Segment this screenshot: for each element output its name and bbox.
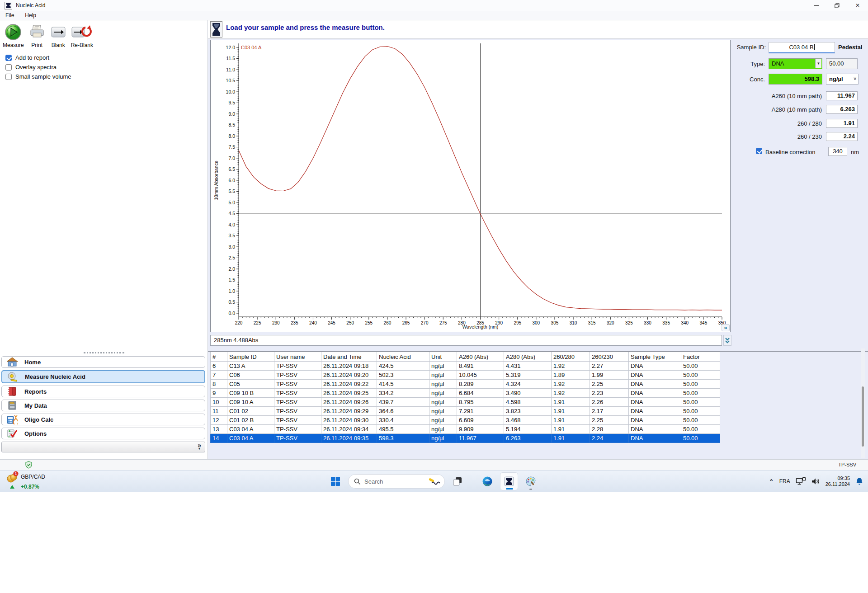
table-cell[interactable]: ng/µl (429, 425, 457, 434)
table-cell[interactable]: TP-SSV (274, 362, 321, 371)
table-cell[interactable]: 334.2 (377, 389, 429, 398)
table-cell[interactable]: 330.4 (377, 416, 429, 425)
table-cell[interactable]: 598.3 (377, 434, 429, 443)
unit-dropdown[interactable]: ng/µl˅ (826, 74, 859, 85)
table-cell[interactable]: 414.5 (377, 380, 429, 389)
table-cell[interactable]: 14 (211, 434, 227, 443)
column-header[interactable]: Nucleic Acid (377, 352, 429, 362)
table-row[interactable]: 13C03 04 ATP-SSV26.11.2024 09:34495.5ng/… (211, 425, 720, 434)
table-cell[interactable]: 10 (211, 398, 227, 407)
minimize-button[interactable] (806, 0, 826, 11)
type-factor-field[interactable]: 50.00 (826, 58, 858, 69)
table-row[interactable]: 12C01 02 BTP-SSV26.11.2024 09:30330.4ng/… (211, 416, 720, 425)
table-cell[interactable]: ng/µl (429, 416, 457, 425)
table-row[interactable]: 11C01 02TP-SSV26.11.2024 09:29364.6ng/µl… (211, 407, 720, 416)
readout-expand-button[interactable] (723, 335, 731, 346)
table-cell[interactable]: 26.11.2024 09:26 (321, 398, 377, 407)
table-cell[interactable]: DNA (629, 416, 681, 425)
table-cell[interactable]: 1.89 (552, 371, 590, 380)
table-cell[interactable]: 2.23 (590, 389, 629, 398)
table-cell[interactable]: 1.91 (552, 425, 590, 434)
notification-bell-icon[interactable] (855, 477, 863, 485)
table-cell[interactable]: C09 10 B (227, 389, 274, 398)
table-cell[interactable]: 50.00 (681, 362, 720, 371)
table-cell[interactable]: 11.967 (457, 434, 504, 443)
tray-chevron-up-icon[interactable]: ⌃ (769, 478, 774, 485)
taskbar-app-paint[interactable] (522, 472, 540, 490)
column-header[interactable]: A280 (Abs) (504, 352, 552, 362)
spectrum-chart[interactable]: 2202252302352402452502552602652702752802… (210, 40, 731, 332)
table-cell[interactable]: 1.91 (552, 398, 590, 407)
table-row[interactable]: 10C09 10 ATP-SSV26.11.2024 09:26439.7ng/… (211, 398, 720, 407)
table-cell[interactable]: 7.291 (457, 407, 504, 416)
table-cell[interactable]: 502.3 (377, 371, 429, 380)
table-cell[interactable]: 2.27 (590, 362, 629, 371)
table-cell[interactable]: 26.11.2024 09:29 (321, 407, 377, 416)
speaker-icon[interactable] (811, 477, 820, 485)
table-cell[interactable]: 424.5 (377, 362, 429, 371)
task-view-button[interactable] (448, 472, 467, 490)
column-header[interactable]: User name (274, 352, 321, 362)
table-cell[interactable]: 2.17 (590, 407, 629, 416)
menu-file[interactable]: File (0, 12, 19, 19)
menu-help[interactable]: Help (19, 12, 42, 19)
table-cell[interactable]: 364.6 (377, 407, 429, 416)
table-cell[interactable]: 1.92 (552, 380, 590, 389)
table-cell[interactable]: C01 02 (227, 407, 274, 416)
widgets-button[interactable]: 1 GBP/CAD +0.87% (6, 471, 45, 492)
measure-button[interactable]: Measure (3, 23, 24, 48)
table-cell[interactable]: 495.5 (377, 425, 429, 434)
table-cell[interactable]: DNA (629, 425, 681, 434)
table-cell[interactable]: 6.609 (457, 416, 504, 425)
table-cell[interactable]: 1.92 (552, 362, 590, 371)
small-sample-volume-checkbox[interactable]: Small sample volume (5, 72, 208, 81)
table-cell[interactable]: 9.909 (457, 425, 504, 434)
table-cell[interactable]: 4.431 (504, 362, 552, 371)
start-button[interactable] (326, 472, 344, 490)
table-cell[interactable]: C06 (227, 371, 274, 380)
sidebar-item-my-data[interactable]: My Data (1, 400, 205, 411)
scrollbar-thumb[interactable] (862, 386, 864, 447)
table-cell[interactable]: 26.11.2024 09:22 (321, 380, 377, 389)
table-cell[interactable]: 13 (211, 425, 227, 434)
table-cell[interactable]: C09 10 A (227, 398, 274, 407)
column-header[interactable]: Factor (681, 352, 720, 362)
table-cell[interactable]: 439.7 (377, 398, 429, 407)
table-cell[interactable]: C01 02 B (227, 416, 274, 425)
table-cell[interactable]: 6.684 (457, 389, 504, 398)
table-cell[interactable]: DNA (629, 380, 681, 389)
table-cell[interactable]: TP-SSV (274, 425, 321, 434)
search-box[interactable]: Search (348, 474, 445, 489)
table-row[interactable]: 9C09 10 BTP-SSV26.11.2024 09:25334.2ng/µ… (211, 389, 720, 398)
table-cell[interactable]: 8.289 (457, 380, 504, 389)
table-cell[interactable]: TP-SSV (274, 434, 321, 443)
table-cell[interactable]: 2.24 (590, 434, 629, 443)
table-cell[interactable]: 26.11.2024 09:30 (321, 416, 377, 425)
column-header[interactable]: 260/280 (552, 352, 590, 362)
table-cell[interactable]: DNA (629, 371, 681, 380)
sidebar-item-home[interactable]: Home (1, 356, 205, 368)
table-cell[interactable]: 5.319 (504, 371, 552, 380)
column-header[interactable]: Sample ID (227, 352, 274, 362)
table-cell[interactable]: DNA (629, 434, 681, 443)
table-cell[interactable]: DNA (629, 389, 681, 398)
table-cell[interactable]: 26.11.2024 09:25 (321, 389, 377, 398)
table-cell[interactable]: 26.11.2024 09:34 (321, 425, 377, 434)
table-cell[interactable]: TP-SSV (274, 398, 321, 407)
table-row[interactable]: 8C05TP-SSV26.11.2024 09:22414.5ng/µl8.28… (211, 380, 720, 389)
table-cell[interactable]: ng/µl (429, 362, 457, 371)
table-cell[interactable]: 26.11.2024 09:20 (321, 371, 377, 380)
table-cell[interactable]: 4.598 (504, 398, 552, 407)
sidebar-item-reports[interactable]: Reports (1, 386, 205, 397)
column-header[interactable]: Unit (429, 352, 457, 362)
taskbar-app-edge[interactable] (478, 472, 496, 490)
add-to-report-checkbox[interactable]: Add to report (5, 53, 208, 62)
table-cell[interactable]: 1.99 (590, 371, 629, 380)
column-header[interactable]: Sample Type (629, 352, 681, 362)
table-cell[interactable]: 1.92 (552, 389, 590, 398)
table-cell[interactable]: 7 (211, 371, 227, 380)
table-cell[interactable]: DNA (629, 362, 681, 371)
table-cell[interactable]: 26.11.2024 09:18 (321, 362, 377, 371)
table-cell[interactable]: ng/µl (429, 407, 457, 416)
close-button[interactable]: ✕ (847, 0, 868, 11)
